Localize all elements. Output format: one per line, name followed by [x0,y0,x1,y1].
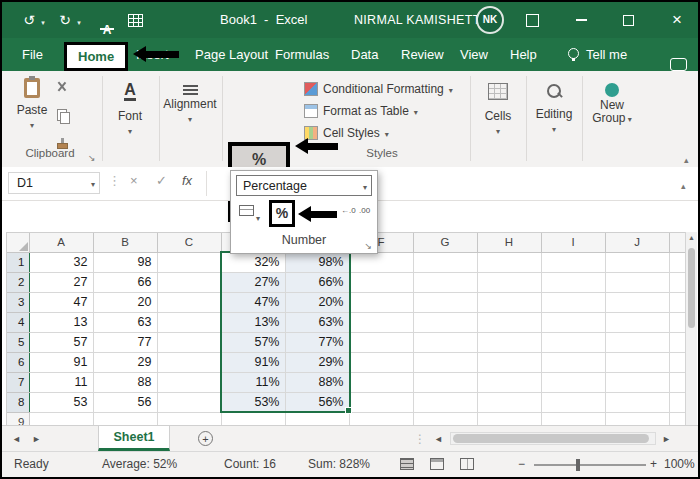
row-header-2[interactable]: 2 [7,272,29,292]
cell-C9[interactable] [157,412,221,426]
column-header-C[interactable]: C [157,233,221,252]
cell-C6[interactable] [157,352,221,372]
cell-G4[interactable] [413,312,477,332]
collapse-formula-bar-icon[interactable] [681,175,686,193]
cell-partial-2[interactable] [669,272,685,292]
account-user-name[interactable]: NIRMAL KAMISHETTY [354,2,489,38]
cell-partial-9[interactable] [669,412,685,426]
tab-view[interactable]: View [460,38,488,71]
decrease-decimal-icon[interactable]: .00 [359,206,370,215]
cell-G5[interactable] [413,332,477,352]
cell-J9[interactable] [605,412,669,426]
cell-G2[interactable] [413,272,477,292]
enter-icon[interactable] [156,173,167,188]
undo-menu-chevron-icon[interactable] [39,2,47,38]
cell-I8[interactable] [541,392,605,412]
cell-partial-7[interactable] [669,372,685,392]
number-dialog-launcher-icon[interactable] [364,235,372,253]
cell-H9[interactable] [477,412,541,426]
cell-A6[interactable]: 91 [29,352,93,372]
cell-E5[interactable]: 77% [285,332,349,352]
horizontal-scrollbar[interactable] [450,432,656,445]
cell-G7[interactable] [413,372,477,392]
cell-E9[interactable] [285,412,349,426]
row-header-5[interactable]: 5 [7,332,29,352]
column-header-H[interactable]: H [477,233,541,252]
cell-B5[interactable]: 77 [93,332,157,352]
maximize-icon[interactable] [623,15,634,26]
cell-H8[interactable] [477,392,541,412]
alignment-group-button[interactable]: Alignment [162,83,218,125]
new-group-button[interactable]: New Group [586,83,638,126]
cell-I3[interactable] [541,292,605,312]
format-as-table-button[interactable]: Format as Table [304,101,418,121]
column-header-G[interactable]: G [413,233,477,252]
cell-B1[interactable]: 98 [93,252,157,272]
cell-D6[interactable]: 91% [221,352,285,372]
row-header-6[interactable]: 6 [7,352,29,372]
cell-H4[interactable] [477,312,541,332]
cell-G1[interactable] [413,252,477,272]
cell-B3[interactable]: 20 [93,292,157,312]
scroll-up-icon[interactable] [686,232,697,244]
cell-I1[interactable] [541,252,605,272]
cell-D2[interactable]: 27% [221,272,285,292]
cell-F7[interactable] [349,372,413,392]
tab-help[interactable]: Help [510,38,537,71]
zoom-in-button[interactable] [650,452,657,477]
increase-decimal-icon[interactable]: ←.0 [341,206,356,215]
redo-icon[interactable] [56,2,74,38]
cell-H7[interactable] [477,372,541,392]
hscroll-right-icon[interactable] [662,426,671,452]
spreadsheet-grid[interactable]: ABCDEFGHIJ1329832%98%2276627%66%3472047%… [6,232,685,426]
row-header-8[interactable]: 8 [7,392,29,412]
cells-group-button[interactable]: Cells [474,83,522,137]
ribbon-display-options-icon[interactable] [526,14,539,27]
vertical-scrollbar-thumb[interactable] [688,248,695,328]
collapse-ribbon-icon[interactable] [684,149,689,167]
cell-C1[interactable] [157,252,221,272]
cell-D9[interactable] [221,412,285,426]
tab-data[interactable]: Data [351,38,378,71]
cell-I2[interactable] [541,272,605,292]
cell-J6[interactable] [605,352,669,372]
cell-D5[interactable]: 57% [221,332,285,352]
tell-me-button[interactable]: Tell me [586,38,627,71]
avatar[interactable]: NK [476,6,504,34]
cell-F6[interactable] [349,352,413,372]
cell-J7[interactable] [605,372,669,392]
select-all-button[interactable] [7,233,29,252]
cell-I9[interactable] [541,412,605,426]
cell-I7[interactable] [541,372,605,392]
redo-menu-chevron-icon[interactable] [75,2,83,38]
tab-home[interactable]: Home [64,42,128,71]
column-header-I[interactable]: I [541,233,605,252]
paste-button[interactable]: Paste [14,78,50,131]
accounting-format-chevron-icon[interactable] [256,207,260,225]
row-header-1[interactable]: 1 [7,252,29,272]
cell-partial-5[interactable] [669,332,685,352]
cell-D4[interactable]: 13% [221,312,285,332]
tab-file[interactable]: File [22,38,43,71]
cell-G3[interactable] [413,292,477,312]
undo-icon[interactable] [20,2,38,38]
page-layout-view-icon[interactable] [430,458,444,470]
cell-A3[interactable]: 47 [29,292,93,312]
cell-F3[interactable] [349,292,413,312]
sheet-nav-left-icon[interactable] [12,426,21,452]
cell-H2[interactable] [477,272,541,292]
cell-J1[interactable] [605,252,669,272]
cell-A9[interactable] [29,412,93,426]
cell-E4[interactable]: 63% [285,312,349,332]
cell-F1[interactable] [349,252,413,272]
number-format-chevron-icon[interactable] [363,179,367,193]
zoom-out-button[interactable] [518,452,525,477]
cell-partial-6[interactable] [669,352,685,372]
cell-E7[interactable]: 88% [285,372,349,392]
column-header-A[interactable]: A [29,233,93,252]
cell-E3[interactable]: 20% [285,292,349,312]
cell-I4[interactable] [541,312,605,332]
add-sheet-button[interactable]: + [198,431,213,446]
tab-review[interactable]: Review [401,38,444,71]
cell-G9[interactable] [413,412,477,426]
